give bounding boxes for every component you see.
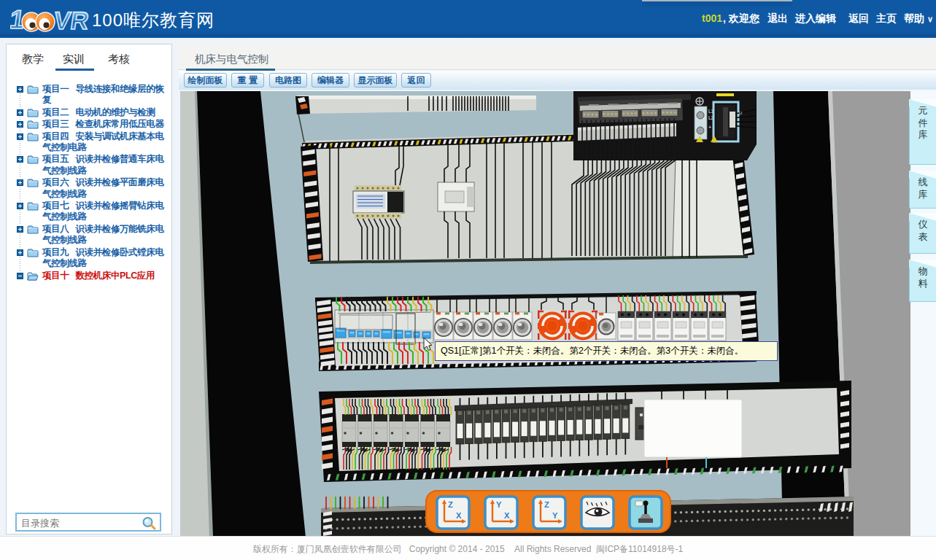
svg-text:Y: Y <box>552 511 558 520</box>
svg-text:Y: Y <box>496 500 502 509</box>
svg-text:X: X <box>504 511 510 520</box>
svg-text:+: + <box>708 125 711 130</box>
svg-text:U: U <box>739 111 742 115</box>
svg-text:VR: VR <box>53 7 89 34</box>
svg-text:Z: Z <box>544 500 549 509</box>
svg-text:Z: Z <box>448 500 453 509</box>
svg-text:X: X <box>456 511 462 520</box>
